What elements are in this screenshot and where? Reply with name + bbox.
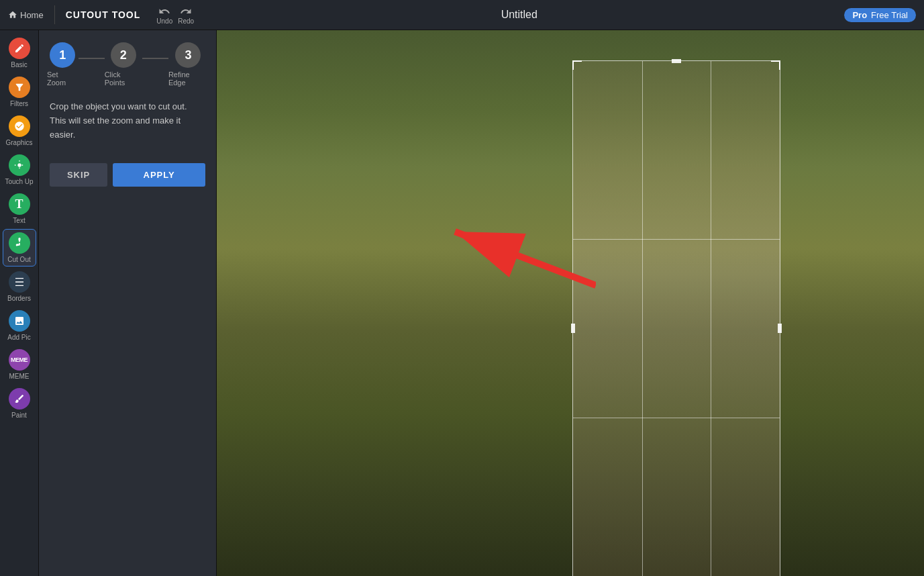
sidebar: Basic Filters Graphics Touch Up T Text bbox=[0, 30, 39, 576]
step-connector-2 bbox=[142, 58, 168, 59]
basic-label: Basic bbox=[11, 61, 27, 68]
touchup-label: Touch Up bbox=[5, 178, 33, 185]
sidebar-item-graphics[interactable]: Graphics bbox=[3, 112, 36, 150]
step2-label: Click Points bbox=[105, 70, 142, 87]
undo-redo-group: Undo Redo bbox=[156, 5, 194, 25]
step3-label: Refine Edge bbox=[168, 70, 208, 87]
undo-button[interactable]: Undo bbox=[156, 5, 172, 25]
sidebar-item-cutout[interactable]: Cut Out bbox=[3, 229, 36, 267]
step1-number: 1 bbox=[59, 48, 66, 62]
step2-circle: 2 bbox=[111, 42, 136, 68]
home-button[interactable]: Home bbox=[8, 10, 44, 20]
step1-label: Set Zoom bbox=[47, 70, 79, 87]
filters-label: Filters bbox=[10, 100, 28, 107]
addpic-icon bbox=[9, 310, 30, 332]
graphics-label: Graphics bbox=[5, 139, 32, 146]
svg-point-0 bbox=[17, 163, 21, 166]
home-label: Home bbox=[20, 10, 44, 20]
document-title: Untitled bbox=[205, 9, 833, 21]
paint-label: Paint bbox=[11, 412, 27, 419]
steps-description: Crop the object you want to cut out. Thi… bbox=[39, 92, 216, 150]
text-label: Text bbox=[13, 217, 25, 224]
sidebar-item-filters[interactable]: Filters bbox=[3, 73, 36, 111]
meme-label: MEME bbox=[9, 373, 30, 380]
touchup-icon bbox=[9, 154, 30, 176]
step2-item: 2 Click Points bbox=[105, 42, 142, 87]
sidebar-item-touchup[interactable]: Touch Up bbox=[3, 151, 36, 189]
free-trial-label: Free Trial bbox=[871, 10, 908, 20]
steps-header: 1 Set Zoom 2 Click Points 3 Refine Edge bbox=[39, 30, 216, 92]
filters-icon bbox=[9, 77, 30, 98]
step1-item: 1 Set Zoom bbox=[47, 42, 79, 87]
basic-icon bbox=[9, 38, 30, 59]
sidebar-item-meme[interactable]: MEME MEME bbox=[3, 346, 36, 383]
text-icon: T bbox=[9, 193, 30, 215]
apply-button[interactable]: APPLY bbox=[113, 163, 205, 187]
sidebar-item-borders[interactable]: Borders bbox=[3, 268, 36, 305]
step2-number: 2 bbox=[120, 48, 127, 62]
step1-circle: 1 bbox=[50, 42, 75, 68]
steps-buttons: SKIP APPLY bbox=[39, 155, 216, 195]
step-connector-1 bbox=[79, 58, 105, 59]
topbar: Home CUTOUT TOOL Undo Redo Untitled Pro … bbox=[0, 0, 924, 30]
cutout-label: Cut Out bbox=[7, 256, 30, 263]
step3-circle: 3 bbox=[175, 42, 201, 68]
sidebar-item-text[interactable]: T Text bbox=[3, 190, 36, 228]
undo-label: Undo bbox=[156, 17, 172, 25]
skip-button[interactable]: SKIP bbox=[50, 163, 107, 187]
divider bbox=[54, 5, 55, 24]
pro-badge[interactable]: Pro Free Trial bbox=[844, 8, 916, 22]
borders-icon bbox=[9, 271, 30, 293]
step3-number: 3 bbox=[185, 48, 191, 62]
graphics-icon bbox=[9, 115, 30, 137]
main-layout: Basic Filters Graphics Touch Up T Text bbox=[0, 30, 924, 576]
cutout-icon bbox=[9, 232, 30, 254]
tool-label: CUTOUT TOOL bbox=[66, 9, 141, 20]
borders-label: Borders bbox=[7, 295, 31, 302]
step3-item: 3 Refine Edge bbox=[168, 42, 208, 87]
canvas-area[interactable] bbox=[217, 30, 924, 576]
redo-button[interactable]: Redo bbox=[178, 5, 194, 25]
addpic-label: Add Pic bbox=[7, 334, 30, 341]
background-scene bbox=[217, 30, 924, 576]
pro-label: Pro bbox=[852, 10, 867, 20]
redo-label: Redo bbox=[178, 17, 194, 25]
meme-icon: MEME bbox=[9, 349, 30, 371]
steps-panel: 1 Set Zoom 2 Click Points 3 Refine Edge … bbox=[39, 30, 217, 576]
paint-icon bbox=[9, 388, 30, 410]
sidebar-item-paint[interactable]: Paint bbox=[3, 385, 36, 422]
sidebar-item-addpic[interactable]: Add Pic bbox=[3, 307, 36, 344]
sidebar-item-basic[interactable]: Basic bbox=[3, 34, 36, 72]
